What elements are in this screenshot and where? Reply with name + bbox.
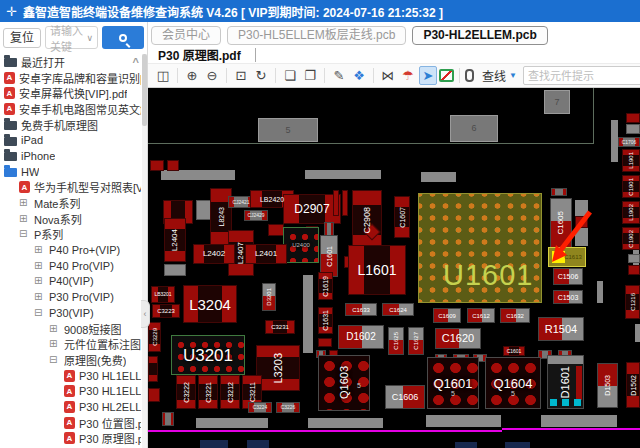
pcb-component-5[interactable]: 5 bbox=[258, 118, 318, 142]
pcb-component-C1601[interactable]: C1601 bbox=[503, 346, 525, 356]
pcb-component-C3222[interactable]: C3222 bbox=[176, 375, 196, 409]
tree-item-元件位置标注图[interactable]: ⊞ 元件位置标注图 bbox=[0, 336, 141, 352]
pcb-component-C3212[interactable]: C3212 bbox=[220, 375, 240, 409]
flip-right-icon[interactable]: ❐ bbox=[301, 66, 319, 85]
pcb-component-D1601[interactable]: D1601 bbox=[547, 355, 584, 409]
expander-icon[interactable]: ⊟ bbox=[19, 229, 30, 239]
pcb-component-6[interactable]: 6 bbox=[450, 115, 498, 142]
expander-icon[interactable]: ⊞ bbox=[34, 292, 45, 302]
keyword-input[interactable]: 请输入关键 ∨ bbox=[45, 26, 98, 49]
pcb-component-C1216[interactable]: C1216 bbox=[625, 285, 640, 319]
pcb-component-5[interactable]: 5 bbox=[354, 380, 364, 390]
measure-icon[interactable] bbox=[439, 69, 454, 82]
pcb-component-C1503[interactable]: C1503 bbox=[553, 290, 583, 304]
tab-P30 原理图.pdf[interactable]: P30 原理图.pdf bbox=[148, 46, 255, 63]
pcb-component-U3201[interactable]: U3201 bbox=[171, 335, 245, 375]
pcb-component-L2402[interactable]: L2402 bbox=[193, 244, 235, 264]
tree-item-P30 位置图.pdf[interactable]: P30 位置图.pdf bbox=[0, 415, 141, 431]
probe-icon[interactable]: ✎ bbox=[330, 66, 348, 85]
pcb-component-L2401[interactable]: L2401 bbox=[245, 244, 287, 264]
tab-P30-HL5ELLEM板层走线.pcb[interactable]: P30-HL5ELLEM板层走线.pcb bbox=[227, 26, 406, 45]
pcb-component-7[interactable]: 7 bbox=[544, 90, 570, 114]
pcb-component-C1624[interactable]: C1624 bbox=[382, 303, 414, 316]
fit-screen-icon[interactable]: ⊡ bbox=[232, 66, 250, 85]
tree-item-P30 HL2ELLEM([interactable]: P30 HL2ELLEM( bbox=[0, 399, 141, 415]
pcb-component-D3201[interactable]: D3201 bbox=[262, 283, 276, 311]
tree-item-P40 Pro(VIP)[interactable]: ⊞ P40 Pro(VIP) bbox=[0, 258, 141, 274]
pcb-component-C1506[interactable]: C1506 bbox=[553, 268, 583, 285]
layers-icon[interactable]: ❖ bbox=[350, 66, 368, 85]
tree-item-P40 Pro+(VIP)[interactable]: ⊞ P40 Pro+(VIP) bbox=[0, 242, 141, 258]
pcb-component-C1632[interactable]: C1632 bbox=[500, 308, 530, 323]
expander-icon[interactable]: ⊞ bbox=[34, 261, 45, 271]
reset-button[interactable]: 复位 bbox=[3, 28, 41, 48]
pcb-component-L2404[interactable]: L2404 bbox=[164, 218, 186, 262]
expander-icon[interactable]: ⊞ bbox=[49, 339, 60, 349]
tree-item-P40(VIP)[interactable]: ⊞ P40(VIP) bbox=[0, 274, 141, 290]
pcb-component-C3221[interactable]: C3221 bbox=[198, 375, 218, 409]
mirror-icon[interactable]: ⋈ bbox=[379, 66, 397, 85]
pcb-component-Q1601[interactable]: Q1601 bbox=[427, 357, 479, 409]
tree-item-P30 Pro(VIP)[interactable]: ⊞ P30 Pro(VIP) bbox=[0, 289, 141, 305]
expander-icon[interactable]: ⊞ bbox=[19, 214, 30, 224]
pcb-component-C1706[interactable]: C1706 bbox=[618, 137, 640, 147]
pcb-component-C1607[interactable]: C1607 bbox=[394, 196, 410, 238]
mouse-icon[interactable] bbox=[465, 69, 474, 82]
tree-item-最近打开[interactable]: 最近打开 ^ bbox=[0, 54, 141, 70]
trace-dropdown[interactable]: 查线 ▼ bbox=[482, 67, 517, 84]
split-view-icon[interactable]: ◫ bbox=[154, 66, 172, 85]
tree-item-P30(VIP)[interactable]: ⊟ P30(VIP) bbox=[0, 305, 141, 321]
net-highlight-icon[interactable]: ☂ bbox=[399, 66, 417, 85]
tab-会员中心[interactable]: 会员中心 bbox=[151, 26, 221, 45]
pcb-component-U2400[interactable]: U2400 bbox=[283, 227, 319, 263]
collapse-caret-icon[interactable]: ^ bbox=[133, 56, 141, 68]
zoom-in-icon[interactable]: ⊕ bbox=[183, 66, 201, 85]
expander-icon[interactable]: ⊟ bbox=[34, 308, 45, 318]
pcb-component-L1902[interactable]: L1902 bbox=[622, 201, 640, 224]
pcb-component-C1633[interactable]: C1633 bbox=[345, 303, 377, 316]
pcb-component-C3223[interactable]: C3223 bbox=[152, 304, 180, 318]
pcb-component-Q1604[interactable]: Q1604 bbox=[485, 357, 541, 409]
pcb-canvas[interactable]: 567L8243L2404CJ2421CJ2429LB2420D2907C290… bbox=[148, 88, 640, 448]
tree-item-P30 原理图.pdf[interactable]: P30 原理图.pdf bbox=[0, 431, 141, 447]
pcb-component-C1902[interactable]: C1902 bbox=[622, 227, 640, 250]
pcb-component-R1504[interactable]: R1504 bbox=[538, 317, 584, 341]
tab-P30-HL2ELLEM.pcb[interactable]: P30-HL2ELLEM.pcb bbox=[412, 26, 547, 45]
pcb-component-C3229[interactable]: C3229 bbox=[148, 322, 161, 352]
refresh-icon[interactable]: ↻ bbox=[252, 66, 270, 85]
pcb-component-C1625[interactable]: C1625 bbox=[388, 327, 404, 355]
pan-arrow-icon[interactable]: ➤ bbox=[419, 66, 437, 85]
expander-icon[interactable]: ⊞ bbox=[34, 276, 45, 286]
pcb-component-LB3201[interactable]: LB3201 bbox=[151, 286, 175, 303]
pcb-component-C1619[interactable]: C1619 bbox=[318, 272, 333, 300]
sidebar-collapse-handle[interactable]: ‹ bbox=[141, 300, 150, 328]
pcb-component-C2908[interactable]: C2908 bbox=[352, 190, 382, 250]
expander-icon[interactable]: ⊞ bbox=[34, 245, 45, 255]
tree-item-Nova系列[interactable]: ⊞ Nova系列 bbox=[0, 211, 141, 227]
tree-item-iPad[interactable]: iPad bbox=[0, 132, 141, 148]
scrollbar-thumb[interactable] bbox=[142, 54, 147, 126]
tree-item-原理图(免费)[interactable]: ⊟ 原理图(免费) bbox=[0, 352, 141, 368]
tree-item-9008短接图[interactable]: ⊞ 9008短接图 bbox=[0, 321, 141, 337]
pcb-component-C3231[interactable]: C3231 bbox=[265, 320, 295, 334]
expander-icon[interactable]: ⊞ bbox=[19, 198, 30, 208]
pcb-component-L3203[interactable]: L3203 bbox=[256, 345, 300, 391]
pcb-component-D1602[interactable]: D1602 bbox=[338, 325, 384, 349]
tree-item-P30 HL1ELLEM([interactable]: P30 HL1ELLEM( bbox=[0, 368, 141, 384]
pcb-component-L3204[interactable]: L3204 bbox=[183, 285, 237, 323]
pcb-component-U1601[interactable]: U1601 bbox=[418, 193, 542, 303]
expander-icon[interactable]: ⊟ bbox=[49, 355, 60, 365]
pcb-component-C1606[interactable]: C1606 bbox=[385, 385, 425, 409]
tree-item-Mate系列[interactable]: ⊞ Mate系列 bbox=[0, 195, 141, 211]
pcb-component-C1612[interactable]: C1612 bbox=[467, 308, 495, 323]
tree-item-P30 HL1ELLESA([interactable]: P30 HL1ELLESA( bbox=[0, 383, 141, 399]
tree-item-P系列[interactable]: ⊟ P系列 bbox=[0, 227, 141, 243]
pcb-component-D1502[interactable]: D1502 bbox=[626, 362, 640, 408]
tree-item-免费手机原理图[interactable]: 免费手机原理图 bbox=[0, 117, 141, 133]
flip-left-icon[interactable]: ❏ bbox=[281, 66, 299, 85]
pcb-component-L1601[interactable]: L1601 bbox=[348, 245, 406, 295]
pcb-component-C1601[interactable]: C1601 bbox=[320, 235, 338, 277]
pcb-component-C1901[interactable]: C1901 bbox=[622, 175, 640, 198]
pcb-component-D1503[interactable]: D1503 bbox=[597, 363, 618, 408]
sidebar-scrollbar[interactable] bbox=[142, 54, 147, 448]
